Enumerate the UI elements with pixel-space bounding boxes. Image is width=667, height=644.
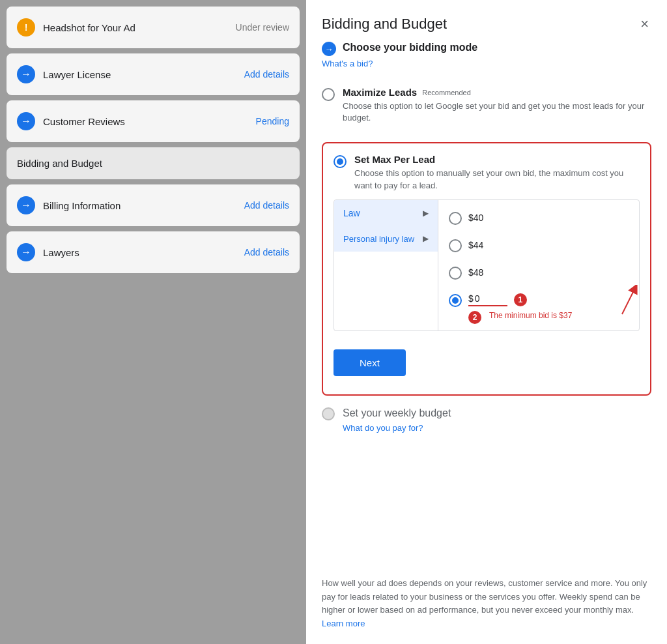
bid-option-44[interactable]: $44 [449, 234, 629, 256]
set-max-per-lead-section: Set Max Per Lead Choose this option to m… [322, 142, 651, 395]
law-chevron-icon: ▶ [423, 209, 429, 218]
personal-injury-chevron-icon: ▶ [423, 234, 429, 243]
bid-custom-radio-inner [452, 297, 459, 304]
law-category-item[interactable]: Law ▶ [334, 200, 438, 226]
next-button[interactable]: Next [334, 349, 406, 376]
lawyer-license-item[interactable]: → Lawyer License Add details [7, 53, 300, 95]
billing-info-label: Billing Information [43, 200, 121, 211]
bid-left-col: Law ▶ Personal injury law ▶ [334, 200, 438, 330]
modal-body: → Choose your bidding mode What's a bid?… [306, 42, 667, 564]
set-max-content: Set Max Per Lead Choose this option to m… [354, 154, 640, 191]
what-do-you-pay-link[interactable]: What do you pay for? [343, 423, 651, 433]
lawyers-status: Add details [244, 247, 289, 257]
headshot-icon: ! [17, 18, 35, 37]
badge-2: 2 [468, 311, 481, 324]
bid-custom-section: $ 1 2 The minimum bid is $37 [449, 289, 629, 324]
customer-reviews-icon: → [17, 112, 35, 130]
left-panel: ! Headshot for Your Ad Under review → La… [0, 0, 306, 644]
bid-44-radio[interactable] [449, 239, 462, 252]
headshot-label: Headshot for Your Ad [43, 22, 135, 33]
lawyers-item[interactable]: → Lawyers Add details [7, 231, 300, 273]
lawyers-label: Lawyers [43, 247, 79, 258]
dollar-sign: $ [468, 293, 474, 304]
customer-reviews-left: → Customer Reviews [17, 112, 125, 130]
bid-custom-radio[interactable] [449, 294, 462, 307]
error-section: 2 The minimum bid is $37 [449, 311, 629, 324]
customer-reviews-label: Customer Reviews [43, 116, 125, 127]
weekly-budget-section: Set your weekly budget What do you pay f… [322, 406, 651, 433]
bid-custom-input-wrapper: $ [468, 293, 507, 306]
badge-1: 1 [514, 293, 527, 306]
modal-close-button[interactable]: × [638, 13, 651, 35]
svg-line-0 [622, 288, 635, 314]
bid-option-40[interactable]: $40 [449, 207, 629, 229]
error-message: The minimum bid is $37 [485, 311, 572, 320]
lawyer-license-left: → Lawyer License [17, 65, 111, 83]
set-max-title: Set Max Per Lead [354, 154, 640, 165]
customer-reviews-status: Pending [256, 116, 289, 126]
next-button-container: Next [334, 342, 640, 384]
personal-injury-law-item[interactable]: Personal injury law ▶ [334, 226, 438, 252]
maximize-leads-radio[interactable] [322, 88, 335, 101]
maximize-leads-title: Maximize Leads Recommended [343, 87, 651, 98]
lawyer-license-icon: → [17, 65, 35, 83]
bid-right-col: $40 $44 $48 [438, 200, 639, 330]
weekly-budget-label: Set your weekly budget [343, 407, 451, 419]
headshot-status: Under review [236, 22, 289, 33]
modal-overlay: Bidding and Budget × → Choose your biddi… [306, 0, 667, 644]
lawyer-license-label: Lawyer License [43, 69, 111, 80]
whats-a-bid-link[interactable]: What's a bid? [322, 59, 651, 68]
lawyers-icon: → [17, 243, 35, 261]
maximize-leads-content: Maximize Leads Recommended Choose this o… [343, 87, 651, 124]
bid-48-radio[interactable] [449, 267, 462, 280]
weekly-budget-radio[interactable] [322, 407, 335, 420]
billing-info-icon: → [17, 196, 35, 214]
weekly-budget-header: Set your weekly budget [322, 406, 651, 420]
billing-info-status: Add details [244, 200, 289, 211]
bid-48-label: $48 [468, 267, 483, 278]
bid-custom-input[interactable] [475, 293, 507, 304]
bid-custom-row: $ 1 [449, 289, 629, 311]
maximize-leads-option[interactable]: Maximize Leads Recommended Choose this o… [322, 79, 651, 132]
bidding-budget-section-label: Bidding and Budget [17, 158, 102, 169]
footer-text: How well your ad does depends on your re… [306, 564, 667, 644]
bid-44-label: $44 [468, 240, 483, 250]
set-max-header: Set Max Per Lead Choose this option to m… [334, 154, 640, 191]
recommended-badge: Recommended [422, 89, 471, 96]
set-max-radio-inner [337, 158, 343, 165]
lawyer-license-status: Add details [244, 69, 289, 80]
maximize-leads-desc: Choose this option to let Google set you… [343, 100, 651, 124]
customer-reviews-item[interactable]: → Customer Reviews Pending [7, 100, 300, 142]
set-max-desc: Choose this option to manually set your … [354, 168, 640, 191]
bidding-mode-section: → Choose your bidding mode What's a bid? [322, 42, 651, 68]
bidding-mode-label: Choose your bidding mode [343, 42, 477, 53]
billing-info-left: → Billing Information [17, 196, 121, 214]
lawyers-left: → Lawyers [17, 243, 79, 261]
error-arrow-icon [603, 285, 640, 317]
modal-title: Bidding and Budget [322, 16, 447, 33]
bidding-mode-header: → Choose your bidding mode [322, 42, 651, 56]
bid-40-label: $40 [468, 212, 483, 223]
headshot-item-left: ! Headshot for Your Ad [17, 18, 135, 37]
headshot-item[interactable]: ! Headshot for Your Ad Under review [7, 7, 300, 48]
bid-option-48[interactable]: $48 [449, 261, 629, 284]
billing-information-item[interactable]: → Billing Information Add details [7, 184, 300, 226]
bidding-mode-icon: → [322, 42, 336, 56]
bid-40-radio[interactable] [449, 212, 462, 225]
learn-more-link[interactable]: Learn more [322, 619, 365, 628]
set-max-per-lead-radio[interactable] [334, 155, 347, 168]
bidding-budget-section-header: Bidding and Budget [7, 147, 300, 179]
bid-columns: Law ▶ Personal injury law ▶ $40 [334, 199, 640, 331]
modal-header: Bidding and Budget × [306, 0, 667, 42]
